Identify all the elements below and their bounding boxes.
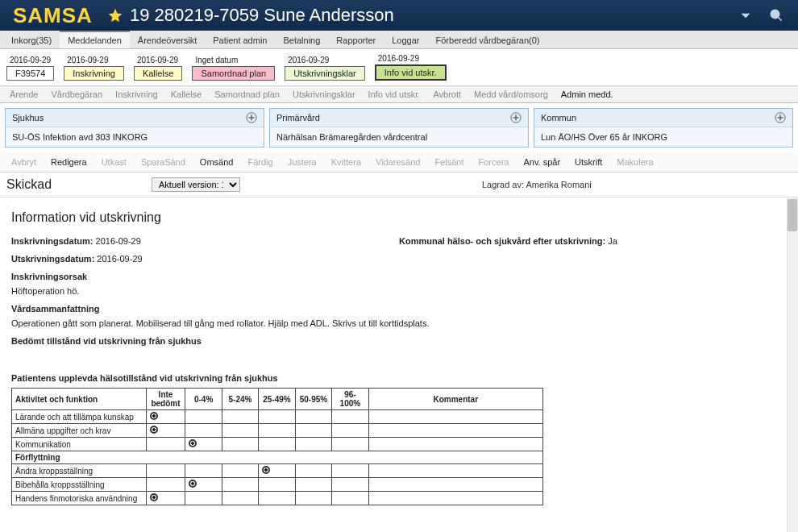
action-button[interactable]: Anv. spår [517, 156, 567, 168]
subnav-item[interactable]: Ärende [3, 86, 44, 102]
action-button: Forcera [472, 156, 516, 168]
nav-tab[interactable]: Rapporter [328, 31, 384, 48]
table-header: 96-100% [332, 389, 368, 410]
nav-tab[interactable]: Loggar [384, 31, 427, 48]
timeline-date: Inget datum [192, 56, 238, 64]
plus-icon[interactable] [510, 112, 522, 123]
subnav-item[interactable]: Info vid utskr. [362, 86, 427, 102]
timeline-item[interactable]: 2016-09-29Kallelse [134, 56, 183, 81]
comment-cell[interactable] [368, 478, 542, 492]
radio-cell[interactable] [332, 424, 368, 438]
radio-cell[interactable] [146, 438, 185, 451]
radio-cell[interactable] [185, 464, 222, 478]
timeline-step[interactable]: F39574 [6, 66, 54, 81]
subnav-item[interactable]: Inskrivning [109, 86, 164, 102]
timeline-step[interactable]: Inskrivning [64, 66, 124, 81]
radio-cell[interactable] [185, 438, 222, 451]
timeline-item[interactable]: 2016-09-29Inskrivning [64, 56, 124, 81]
action-button: Vidaresänd [369, 156, 426, 168]
action-button[interactable]: Omsänd [193, 156, 240, 168]
radio-cell[interactable] [185, 478, 222, 492]
plus-icon[interactable] [246, 112, 257, 123]
panel-title: Primärvård [276, 113, 320, 123]
radio-cell[interactable] [295, 424, 331, 438]
radio-cell[interactable] [222, 438, 258, 451]
table-header: Aktivitet och funktion [12, 389, 147, 410]
radio-cell[interactable] [259, 464, 295, 478]
action-button: Felsänt [428, 156, 470, 168]
subnav-item[interactable]: Avbrott [426, 86, 468, 102]
scrollbar-thumb[interactable] [788, 199, 797, 231]
radio-cell[interactable] [222, 478, 258, 492]
patient-upplevda-label: Patientens upplevda hälsotillstånd vid u… [11, 373, 787, 383]
timeline-item[interactable]: 2016-09-29Info vid utskr. [375, 54, 447, 81]
radio-cell[interactable] [332, 438, 368, 451]
radio-cell[interactable] [295, 438, 331, 451]
subnav-item[interactable]: Samordnad plan [208, 86, 286, 102]
comment-cell[interactable] [368, 410, 542, 424]
timeline-item[interactable]: Inget datumSamordnad plan [192, 56, 275, 81]
action-button[interactable]: Utskrift [568, 156, 609, 168]
radio-cell[interactable] [295, 410, 331, 424]
timeline-item[interactable]: 2016-09-29F39574 [6, 56, 54, 81]
plus-icon[interactable] [775, 112, 786, 123]
action-button[interactable]: Redigera [44, 156, 94, 168]
scrollbar[interactable] [787, 197, 798, 532]
comment-cell[interactable] [368, 438, 542, 451]
radio-cell[interactable] [295, 492, 331, 505]
timeline-step[interactable]: Info vid utskr. [375, 64, 447, 81]
subnav-item[interactable]: Kallelse [164, 86, 209, 102]
radio-cell[interactable] [259, 478, 295, 492]
radio-cell[interactable] [295, 478, 331, 492]
radio-cell[interactable] [259, 438, 295, 451]
subnav-item[interactable]: Vårdbegäran [44, 86, 109, 102]
row-label: Kommunikation [12, 438, 147, 451]
comment-cell[interactable] [368, 492, 542, 505]
radio-cell[interactable] [146, 410, 185, 424]
radio-cell[interactable] [259, 410, 295, 424]
radio-cell[interactable] [259, 424, 295, 438]
radio-cell[interactable] [222, 424, 258, 438]
nav-tab[interactable]: Betalning [275, 31, 328, 48]
radio-cell[interactable] [185, 492, 222, 505]
nav-tab[interactable]: Inkorg(35) [3, 31, 60, 48]
star-icon[interactable] [107, 7, 123, 23]
panel-body: Närhälsan Brämaregården vårdcentral [270, 127, 528, 147]
radio-cell[interactable] [332, 478, 368, 492]
radio-cell[interactable] [259, 492, 295, 505]
radio-cell[interactable] [222, 464, 258, 478]
radio-cell[interactable] [146, 424, 185, 438]
timeline-item[interactable]: 2016-09-29Utskrivningsklar [285, 56, 365, 81]
radio-cell[interactable] [222, 492, 258, 505]
utskrivning-value: 2016-09-29 [97, 254, 142, 264]
radio-cell[interactable] [146, 464, 185, 478]
radio-cell[interactable] [185, 424, 222, 438]
timeline-step[interactable]: Kallelse [134, 66, 183, 81]
radio-cell[interactable] [332, 410, 368, 424]
radio-cell[interactable] [332, 492, 368, 505]
timeline-step[interactable]: Samordnad plan [192, 66, 275, 81]
row-label: Ändra kroppsställning [12, 464, 147, 478]
nav-tab[interactable]: Ärendeöversikt [130, 31, 205, 48]
subnav-item[interactable]: Admin medd. [555, 86, 620, 102]
radio-cell[interactable] [146, 492, 185, 505]
nav-tab[interactable]: Meddelanden [60, 31, 130, 48]
radio-cell[interactable] [222, 410, 258, 424]
radio-checked-icon [150, 493, 158, 501]
chevron-down-icon[interactable] [738, 8, 753, 23]
version-select[interactable]: Aktuell version: 1 [152, 177, 240, 192]
action-bar: AvbrytRedigeraUtkastSparaSändOmsändFärdi… [0, 152, 798, 172]
nav-tab[interactable]: Patient admin [205, 31, 275, 48]
subnav-item[interactable]: Utskrivningsklar [286, 86, 362, 102]
timeline-step[interactable]: Utskrivningsklar [285, 66, 365, 81]
comment-cell[interactable] [368, 424, 542, 438]
radio-cell[interactable] [295, 464, 331, 478]
action-button: Justera [281, 156, 323, 168]
radio-cell[interactable] [185, 410, 222, 424]
radio-cell[interactable] [146, 478, 185, 492]
nav-tab[interactable]: Förberedd vårdbegäran(0) [428, 31, 548, 48]
search-icon[interactable] [769, 8, 783, 23]
comment-cell[interactable] [368, 464, 542, 478]
subnav-item[interactable]: Medd vård/omsorg [468, 86, 555, 102]
radio-cell[interactable] [332, 464, 368, 478]
